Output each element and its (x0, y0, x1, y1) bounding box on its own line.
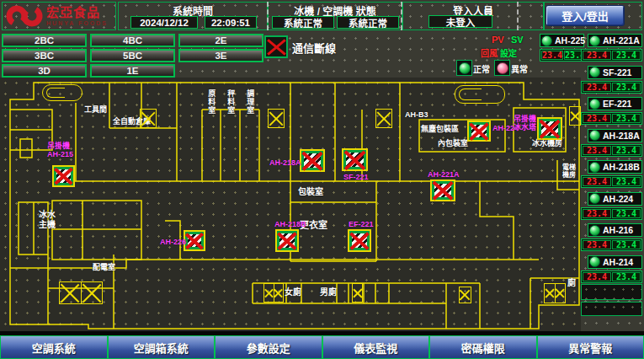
unit-button-AH-224[interactable]: AH-224 (588, 192, 642, 206)
floor-button-row-1: 2BC4BC2E (2, 34, 263, 47)
pv-label: PV (492, 35, 504, 45)
unit-sv-value: 23.4 (612, 240, 641, 249)
floor-button-3bc[interactable]: 3BC (2, 49, 87, 62)
logo-mark-icon (3, 2, 46, 30)
header-divider (517, 2, 519, 30)
ahu-marker-label: EF-221 (349, 220, 374, 228)
unit-pv-value: 23.4 (583, 114, 611, 123)
nav-ac-system[interactable]: 空調系統 (0, 335, 108, 359)
nav-alarm[interactable]: 異常警報 (537, 335, 644, 359)
normal-lamp-icon (456, 60, 472, 76)
ahu-marker[interactable] (184, 230, 205, 251)
ahu-marker-label: AH-221A (428, 170, 460, 179)
room-label: AH-B3 (405, 110, 428, 119)
ahu-marker-label: AH-226 (160, 238, 186, 246)
unit-pv-value: 23.4 (541, 51, 563, 60)
unit-name-label: AH-221A (603, 35, 640, 46)
unit-values: 23.423.4 (581, 112, 642, 125)
room-label: 秤料室 (226, 89, 235, 115)
unit-name-label: AH-218A (603, 131, 640, 141)
unit-button-AH-218B[interactable]: AH-218B (588, 160, 642, 174)
normal-label: 正常 (473, 62, 490, 75)
header-divider (267, 2, 269, 30)
ahu-marker[interactable] (537, 117, 562, 140)
ahu-marker[interactable] (342, 148, 368, 171)
status-lamp-icon (589, 193, 600, 204)
unit-pv-value: 23.4 (583, 272, 611, 281)
floor-button-5bc[interactable]: 5BC (90, 49, 175, 62)
stairs-inner (46, 88, 65, 98)
nav-ahu-box-system[interactable]: 空調箱系統 (108, 335, 216, 359)
status-lamp-icon (589, 225, 600, 236)
ahu-marker-label: 吊掛機 AH-215 (47, 142, 73, 159)
unit-pv-value: 23.4 (583, 146, 611, 155)
floor-button-3d[interactable]: 3D (2, 64, 87, 78)
ahu-marker[interactable] (52, 165, 75, 187)
elevator-icon (352, 283, 363, 303)
unit-button-SF-221[interactable]: SF-221 (588, 66, 642, 79)
ahu-marker[interactable] (300, 149, 325, 172)
unit-empty-slot (581, 284, 642, 300)
elevator-cell (269, 110, 284, 127)
room-label: 包裝室 (298, 187, 323, 197)
unit-sv-value: 23.4 (612, 146, 641, 155)
elevator-cell (376, 110, 391, 127)
unit-values: 23.423.4 (581, 144, 642, 157)
ahu-marker[interactable] (467, 121, 491, 142)
floor-button-2bc[interactable]: 2BC (2, 34, 87, 47)
login-logout-button[interactable]: 登入/登出 (546, 5, 625, 26)
unit-name-label: AH-214 (603, 257, 633, 267)
status-lamp-icon (541, 35, 552, 46)
floor-button-3e[interactable]: 3E (178, 49, 263, 62)
comm-loss-icon (264, 35, 288, 58)
elevator-icon (268, 109, 285, 128)
status-lamp-icon (589, 99, 600, 110)
floor-button-4bc[interactable]: 4BC (90, 34, 175, 47)
unit-button-EF-221[interactable]: EF-221 (588, 97, 642, 110)
floor-button-2e[interactable]: 2E (178, 34, 263, 47)
unit-values: 23.4 23.4 (540, 49, 584, 62)
nav-param-setting[interactable]: 參數設定 (215, 335, 322, 359)
sv-desc-label: 設定 (500, 46, 517, 59)
unit-values: 23.423.4 (581, 175, 642, 188)
abnormal-label: 異常 (511, 62, 528, 75)
room-label: 女廁 (285, 287, 301, 297)
unit-sv-value: 23.4 (612, 272, 641, 281)
ahu-marker[interactable] (430, 180, 455, 201)
ahu-marker[interactable] (348, 229, 371, 252)
unit-pv-value: 23.4 (583, 83, 611, 92)
room-label: 電梯 機房 (562, 163, 576, 179)
brand-name: 宏亞食品 (46, 6, 108, 19)
floor-button-1e[interactable]: 1E (90, 64, 175, 78)
nav-meter-monitor[interactable]: 儀表監視 (322, 335, 430, 359)
room-label: 冰水機房 (532, 139, 562, 147)
unit-values: 23.423.4 (581, 81, 642, 94)
unit-sv-value: 23.4 (612, 177, 641, 186)
ahu-marker[interactable] (275, 229, 299, 252)
elevator-icon (569, 106, 581, 126)
unit-pv-value: 23.4 (583, 209, 611, 218)
hmi-screen: 宏亞食品 HUNYA FOODS 系統時間 2024/12/12 22:09:5… (0, 0, 644, 359)
elevator-icon (59, 281, 103, 304)
unit-name-label: AH-216 (603, 225, 633, 235)
stairs-inner (459, 88, 482, 100)
elevator-icon (544, 283, 566, 303)
room-label: 內包裝室 (438, 139, 468, 147)
unit-button-AH-225[interactable]: AH-225 (540, 34, 584, 47)
elevator-cell (264, 284, 274, 302)
unit-name-label: AH-224 (603, 194, 633, 204)
room-label: 原料室 (207, 89, 216, 115)
unit-block-AH-225: AH-225 23.4 23.4 (540, 34, 584, 60)
unit-values: 23.423.4 (581, 49, 642, 62)
room-label: 配電室 (93, 263, 115, 271)
unit-button-AH-218A[interactable]: AH-218A (588, 129, 642, 142)
elevator-cell (60, 282, 81, 303)
unit-button-AH-216[interactable]: AH-216 (588, 223, 642, 237)
room-label: 工具間 (84, 105, 107, 114)
unit-button-AH-221A[interactable]: AH-221A (588, 34, 642, 47)
unit-button-AH-214[interactable]: AH-214 (588, 255, 642, 269)
nav-password-auth[interactable]: 密碼權限 (429, 335, 537, 359)
elevator-icon (263, 283, 284, 303)
elevator-cell (141, 110, 156, 127)
bottom-nav: 空調系統空調箱系統參數設定儀表監視密碼權限異常警報 (0, 335, 644, 359)
